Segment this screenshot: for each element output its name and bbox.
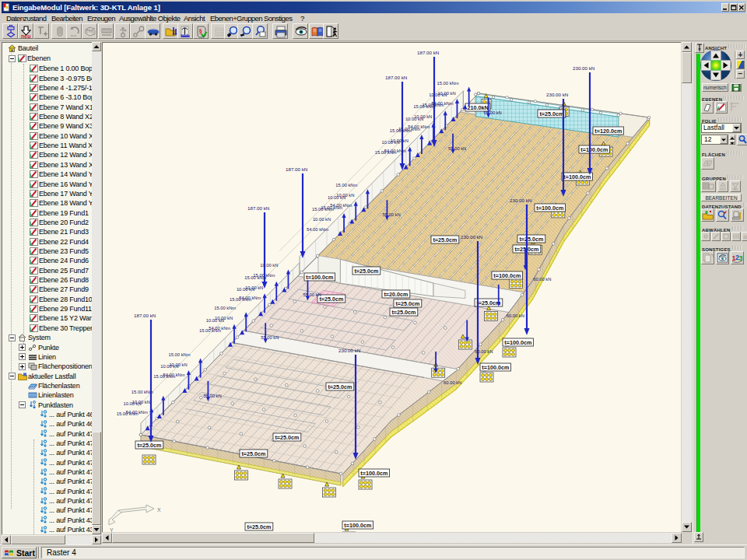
svg-text:t=25.0cm: t=25.0cm	[433, 236, 457, 243]
svg-text:15.00 kNm: 15.00 kNm	[153, 374, 175, 379]
svg-text:15.00 kNm: 15.00 kNm	[413, 104, 435, 109]
svg-text:§: §	[199, 27, 203, 35]
svg-text:15.00 kNm: 15.00 kNm	[214, 306, 236, 310]
svg-text:15.00 kNm: 15.00 kNm	[335, 183, 357, 187]
svg-text:187.00 kN: 187.00 kN	[286, 166, 307, 172]
svg-text:15.00 kNm: 15.00 kNm	[390, 128, 412, 133]
svg-text:t=100.0cm: t=100.0cm	[344, 522, 371, 529]
svg-text:t=100.0cm: t=100.0cm	[563, 173, 591, 180]
svg-text:230.00 kN: 230.00 kN	[510, 198, 531, 203]
svg-text:t=25.0cm: t=25.0cm	[247, 523, 271, 530]
svg-text:10.00 kN: 10.00 kN	[260, 263, 278, 268]
svg-text:230.00 kN: 230.00 kN	[461, 234, 482, 240]
svg-text:230.00 kN: 230.00 kN	[573, 65, 594, 71]
svg-text:187.00 kN: 187.00 kN	[417, 50, 439, 55]
svg-text:60.00 kN: 60.00 kN	[507, 313, 524, 318]
svg-text:230.00 kN: 230.00 kN	[546, 92, 568, 97]
svg-text:t=25.0cm: t=25.0cm	[137, 442, 161, 449]
svg-text:15.00 kNm: 15.00 kNm	[244, 275, 266, 280]
svg-text:15.00 kNm: 15.00 kNm	[230, 297, 251, 302]
svg-text:t=100.0cm: t=100.0cm	[580, 146, 608, 153]
svg-text:10.00 kN: 10.00 kN	[123, 401, 141, 406]
svg-text:neu: neu	[21, 33, 30, 39]
svg-text:t=25.0cm: t=25.0cm	[395, 300, 419, 307]
svg-text:t=100.0cm: t=100.0cm	[536, 205, 563, 212]
svg-text:10.00 kN: 10.00 kN	[405, 117, 423, 121]
svg-text:t=20.0cm: t=20.0cm	[384, 291, 408, 298]
svg-text:Y: Y	[110, 527, 114, 532]
svg-text:t=25.0cm: t=25.0cm	[275, 434, 299, 441]
svg-text:55.00 kN: 55.00 kN	[261, 335, 279, 340]
svg-text:230.00 kN: 230.00 kN	[338, 348, 360, 353]
svg-text:t=120.0cm: t=120.0cm	[594, 128, 622, 135]
svg-text:t=25.0cm: t=25.0cm	[519, 236, 543, 243]
svg-text:alle: alle	[743, 234, 747, 240]
svg-text:t=100.0cm: t=100.0cm	[493, 272, 521, 279]
svg-text:t=100.0cm: t=100.0cm	[504, 339, 531, 346]
svg-text:55.00 kN: 55.00 kN	[484, 110, 502, 115]
svg-text:t=25.0cm: t=25.0cm	[241, 450, 265, 457]
svg-text:55.00 kN: 55.00 kN	[303, 292, 321, 297]
svg-text:15.00 kNm: 15.00 kNm	[312, 207, 334, 212]
svg-text:t=25.0cm: t=25.0cm	[391, 309, 416, 316]
svg-text:55.00 kN: 55.00 kN	[382, 212, 400, 217]
svg-text:15.00 kNm: 15.00 kNm	[117, 411, 139, 416]
svg-text:10.00 kN: 10.00 kN	[381, 140, 399, 145]
svg-text:t=25.0cm: t=25.0cm	[354, 268, 378, 275]
svg-text:10.00 kN: 10.00 kN	[160, 364, 178, 369]
svg-text:60.00 kN: 60.00 kN	[533, 277, 551, 282]
svg-text:60.00 kN: 60.00 kN	[475, 349, 493, 354]
svg-text:10.00 kN: 10.00 kN	[429, 93, 447, 97]
svg-text:15.00 kNm: 15.00 kNm	[375, 150, 397, 155]
svg-text:55.00 kN: 55.00 kN	[448, 146, 466, 151]
svg-text:15.00 kNm: 15.00 kNm	[199, 328, 221, 333]
svg-text:t=25.0cm: t=25.0cm	[328, 383, 352, 390]
svg-text:187.00 kN: 187.00 kN	[247, 205, 269, 211]
svg-text:t=100.0cm: t=100.0cm	[360, 470, 388, 477]
svg-text:15.00 kNm: 15.00 kNm	[437, 81, 459, 86]
svg-text:10.00 kN: 10.00 kN	[328, 195, 345, 200]
svg-text:t=100.0cm: t=100.0cm	[306, 274, 333, 281]
svg-text:t=25.0cm: t=25.0cm	[319, 296, 343, 303]
svg-text:t=25.0cm: t=25.0cm	[539, 110, 563, 117]
svg-text:10.00 kN: 10.00 kN	[313, 217, 331, 222]
svg-text:55.00 kN: 55.00 kN	[203, 394, 221, 398]
svg-text:60.00 kN: 60.00 kN	[444, 380, 461, 385]
svg-text:10.00 kN: 10.00 kN	[206, 318, 224, 323]
svg-text:15.00 kNm: 15.00 kNm	[169, 352, 191, 357]
svg-text:t=100.0cm: t=100.0cm	[482, 364, 509, 371]
svg-text:54.00 kNm: 54.00 kNm	[307, 227, 328, 232]
svg-text:X: X	[157, 507, 161, 513]
svg-text:15.00 kNm: 15.00 kNm	[132, 390, 153, 394]
svg-text:10.00 kN: 10.00 kN	[237, 287, 254, 292]
svg-text:187.00 kN: 187.00 kN	[385, 75, 407, 80]
svg-text:187.00 kN: 187.00 kN	[134, 313, 156, 318]
